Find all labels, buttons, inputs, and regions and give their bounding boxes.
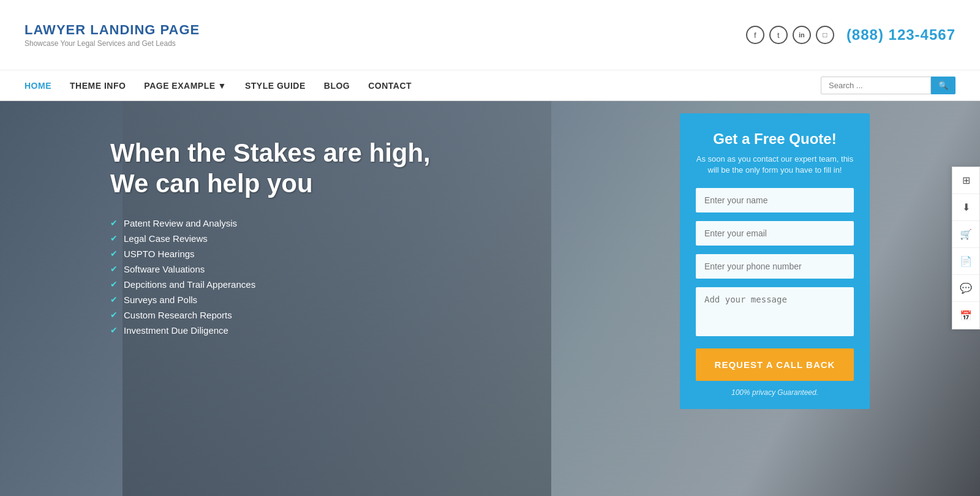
quote-subtitle: As soon as you contact our expert team, …: [696, 154, 854, 176]
facebook-icon[interactable]: f: [746, 26, 764, 44]
grid-icon[interactable]: ⊞: [952, 167, 979, 194]
check-icon: ✔: [110, 249, 118, 258]
twitter-icon[interactable]: t: [769, 26, 788, 44]
check-icon: ✔: [110, 233, 118, 243]
search-button[interactable]: 🔍: [931, 77, 956, 94]
phone-input[interactable]: [696, 254, 854, 279]
chat-icon[interactable]: 💬: [952, 275, 979, 302]
logo-subtitle: Showcase Your Legal Services and Get Lea…: [24, 39, 200, 48]
nav-links: HOME THEME INFO PAGE EXAMPLE ▼ STYLE GUI…: [24, 81, 821, 91]
hero-section: When the Stakes are high, We can help yo…: [0, 101, 980, 496]
privacy-note: 100% privacy Guaranteed.: [696, 388, 854, 397]
check-icon: ✔: [110, 310, 118, 320]
check-icon: ✔: [110, 295, 118, 304]
submit-button[interactable]: REQUEST A CALL BACK: [696, 348, 854, 381]
check-icon: ✔: [110, 218, 118, 228]
message-input[interactable]: [696, 287, 854, 336]
nav-theme-info[interactable]: THEME INFO: [70, 81, 126, 91]
logo-title: LAWYER LANDING PAGE: [24, 22, 200, 38]
social-icons: f t in □: [746, 26, 834, 44]
name-input[interactable]: [696, 188, 854, 212]
check-icon: ✔: [110, 325, 118, 335]
main-nav: HOME THEME INFO PAGE EXAMPLE ▼ STYLE GUI…: [0, 70, 980, 101]
file-icon[interactable]: 📄: [952, 248, 979, 275]
check-icon: ✔: [110, 264, 118, 274]
site-header: LAWYER LANDING PAGE Showcase Your Legal …: [0, 0, 980, 70]
search-input[interactable]: [821, 77, 931, 94]
nav-page-example[interactable]: PAGE EXAMPLE ▼: [144, 81, 227, 91]
instagram-icon[interactable]: □: [816, 26, 834, 44]
search-bar: 🔍: [821, 77, 956, 94]
nav-blog[interactable]: BLOG: [324, 81, 350, 91]
quote-title: Get a Free Quote!: [696, 130, 854, 148]
check-icon: ✔: [110, 279, 118, 289]
cart-icon[interactable]: 🛒: [952, 221, 979, 248]
download-icon[interactable]: ⬇: [952, 194, 979, 221]
quote-form-panel: Get a Free Quote! As soon as you contact…: [680, 113, 870, 409]
phone-number: (888) 123-4567: [846, 26, 956, 43]
side-toolbar: ⊞ ⬇ 🛒 📄 💬 📅: [952, 167, 980, 329]
logo-area: LAWYER LANDING PAGE Showcase Your Legal …: [24, 22, 200, 48]
dropdown-arrow-icon: ▼: [218, 81, 227, 91]
linkedin-icon[interactable]: in: [793, 26, 811, 44]
email-input[interactable]: [696, 221, 854, 246]
nav-contact[interactable]: CONTACT: [368, 81, 412, 91]
header-right: f t in □ (888) 123-4567: [746, 26, 956, 44]
calendar-icon[interactable]: 📅: [952, 302, 979, 329]
nav-home[interactable]: HOME: [24, 81, 51, 91]
nav-style-guide[interactable]: STYLE GUIDE: [245, 81, 306, 91]
